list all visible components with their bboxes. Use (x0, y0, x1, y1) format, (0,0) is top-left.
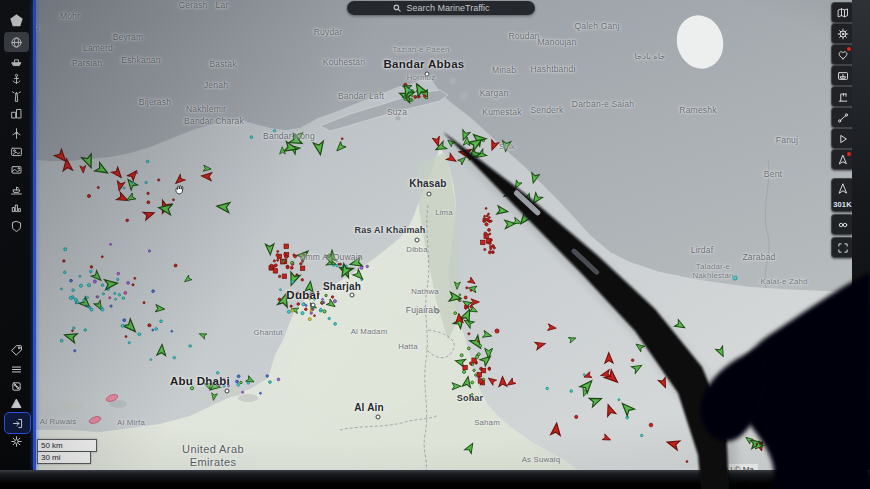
vessel-marker-red-dot[interactable] (649, 423, 653, 427)
vessel-marker-cyan-dot[interactable] (247, 382, 250, 385)
vessel-marker-purple-dot[interactable] (305, 304, 307, 306)
sidebar-item-tags[interactable] (4, 340, 29, 360)
vessel-marker-cyan-dot[interactable] (273, 130, 275, 132)
vessel-marker-cyan-dot[interactable] (102, 293, 104, 295)
vessel-marker-cyan-dot[interactable] (90, 308, 93, 311)
vessel-marker-purple-dot[interactable] (127, 282, 130, 285)
vessel-marker-cyan-dot[interactable] (89, 270, 92, 273)
vessel-marker-purple-dot[interactable] (322, 298, 324, 300)
vessel-marker-red-dot[interactable] (464, 307, 467, 310)
vessel-marker-yellow-dot[interactable] (310, 310, 312, 312)
vessel-marker-green-dot[interactable] (459, 294, 461, 296)
vessel-marker-red-dot[interactable] (686, 461, 688, 463)
vessel-marker-red-dot[interactable] (488, 368, 490, 370)
vessel-marker-red-dot[interactable] (488, 251, 491, 254)
vessel-marker-cyan-dot[interactable] (583, 374, 585, 376)
vessel-marker-red-dot[interactable] (303, 254, 305, 256)
vessel-marker-green-dot[interactable] (460, 354, 463, 357)
vessel-marker-green-dot[interactable] (321, 301, 323, 303)
vessel-marker-cyan-dot[interactable] (733, 276, 737, 280)
map-canvas[interactable] (0, 0, 852, 470)
vessel-marker-red-dot[interactable] (273, 260, 275, 262)
vessel-marker-red-dot[interactable] (418, 96, 420, 98)
vessel-marker-red-square[interactable] (481, 368, 485, 372)
vessel-marker-red-dot[interactable] (301, 279, 304, 282)
vessel-marker-cyan-dot[interactable] (114, 292, 116, 294)
vessel-marker-red-dot[interactable] (485, 223, 488, 226)
vessel-marker-red-square[interactable] (478, 379, 482, 383)
vessel-marker-red-dot[interactable] (486, 215, 488, 217)
vessel-marker-red-square[interactable] (300, 266, 304, 270)
vessel-marker-purple-dot[interactable] (148, 250, 150, 252)
vessel-marker-red-dot[interactable] (414, 96, 417, 99)
vessel-marker-green-dot[interactable] (411, 95, 413, 97)
vessel-marker-cyan-dot[interactable] (69, 296, 72, 299)
toolbar-button-map-style[interactable] (831, 2, 852, 23)
vessel-marker-cyan-dot[interactable] (73, 327, 75, 329)
vessel-marker-red-dot[interactable] (484, 248, 486, 250)
vessel-marker-red-dot[interactable] (468, 333, 470, 335)
vessel-marker-red-dot[interactable] (297, 292, 299, 294)
vessel-marker-red-dot[interactable] (274, 264, 277, 267)
vessel-marker-green-dot[interactable] (463, 370, 466, 373)
toolbar-button-fullscreen[interactable] (831, 237, 852, 258)
vessel-marker-cyan-dot[interactable] (223, 385, 225, 387)
vessel-marker-cyan-dot[interactable] (189, 345, 192, 348)
vessel-marker-yellow-dot[interactable] (291, 309, 294, 312)
vessel-marker-red-dot[interactable] (63, 260, 65, 262)
vessel-marker-cyan-dot[interactable] (173, 356, 176, 359)
sidebar-item-wind-farms[interactable] (4, 123, 29, 143)
vessel-marker-green-dot[interactable] (473, 369, 475, 371)
vessel-marker-cyan-dot[interactable] (641, 434, 643, 436)
vessel-marker-cyan-dot[interactable] (328, 317, 330, 319)
vessel-marker-red-dot[interactable] (132, 284, 134, 286)
vessel-marker-cyan-dot[interactable] (64, 248, 67, 251)
vessel-marker-cyan-dot[interactable] (216, 371, 219, 374)
vessel-marker-red-dot[interactable] (125, 336, 127, 338)
vessel-marker-cyan-dot[interactable] (409, 89, 411, 91)
vessel-marker-cyan-dot[interactable] (160, 320, 163, 323)
vessel-marker-cyan-dot[interactable] (546, 387, 549, 390)
vessel-marker-red-dot[interactable] (484, 232, 487, 235)
vessel-marker-red-dot[interactable] (276, 254, 279, 257)
vessel-marker-cyan-dot[interactable] (287, 310, 290, 313)
vessel-marker-cyan-dot[interactable] (101, 306, 103, 308)
vessel-marker-red-dot[interactable] (147, 192, 149, 194)
vessel-marker-purple-dot[interactable] (310, 292, 312, 294)
vessel-marker-blue-dot[interactable] (70, 279, 73, 282)
vessel-marker-red-dot[interactable] (143, 302, 145, 304)
vessel-marker-red-square[interactable] (273, 269, 277, 273)
vessel-marker-red-square[interactable] (472, 358, 476, 362)
vessel-marker-red-dot[interactable] (478, 376, 480, 378)
vessel-marker-red-dot[interactable] (485, 207, 487, 209)
vessel-marker-cyan-dot[interactable] (618, 399, 620, 401)
vessel-marker-red-dot[interactable] (277, 259, 279, 261)
vessel-marker-red-dot[interactable] (477, 340, 479, 342)
vessel-marker-red-dot[interactable] (492, 252, 494, 254)
vessel-marker-red-dot[interactable] (301, 260, 303, 262)
toolbar-button-playback[interactable] (831, 128, 852, 149)
vessel-marker-blue-dot[interactable] (123, 319, 126, 322)
vessel-marker-cyan-dot[interactable] (79, 284, 82, 287)
vessel-marker-green-dot[interactable] (190, 387, 193, 390)
vessel-marker-green-dot[interactable] (325, 294, 327, 296)
vessel-marker-cyan-dot[interactable] (116, 278, 118, 280)
vessel-marker-red-square[interactable] (284, 244, 288, 248)
sidebar-item-photos[interactable] (4, 141, 29, 161)
vessel-marker-purple-dot[interactable] (360, 266, 363, 269)
vessel-marker-red-dot[interactable] (631, 359, 634, 362)
vessel-marker-red-dot[interactable] (341, 138, 343, 140)
toolbar-button-my-fleet[interactable] (831, 65, 852, 86)
vessel-marker-green-dot[interactable] (479, 344, 482, 347)
vessel-marker-red-dot[interactable] (489, 217, 491, 219)
vessel-marker-cyan-dot[interactable] (86, 296, 88, 298)
vessel-marker-red-dot[interactable] (423, 95, 426, 98)
search-bar[interactable]: Search MarineTraffic (347, 1, 535, 15)
vessel-marker-blue-dot[interactable] (152, 329, 154, 331)
vessel-marker-red-dot[interactable] (470, 289, 472, 291)
vessel-marker-purple-dot[interactable] (110, 243, 112, 245)
vessel-marker-red-dot[interactable] (490, 248, 492, 250)
vessel-marker-red-dot[interactable] (278, 275, 280, 277)
vessel-marker-cyan-dot[interactable] (336, 264, 338, 266)
vessel-marker-red-dot[interactable] (87, 194, 90, 197)
